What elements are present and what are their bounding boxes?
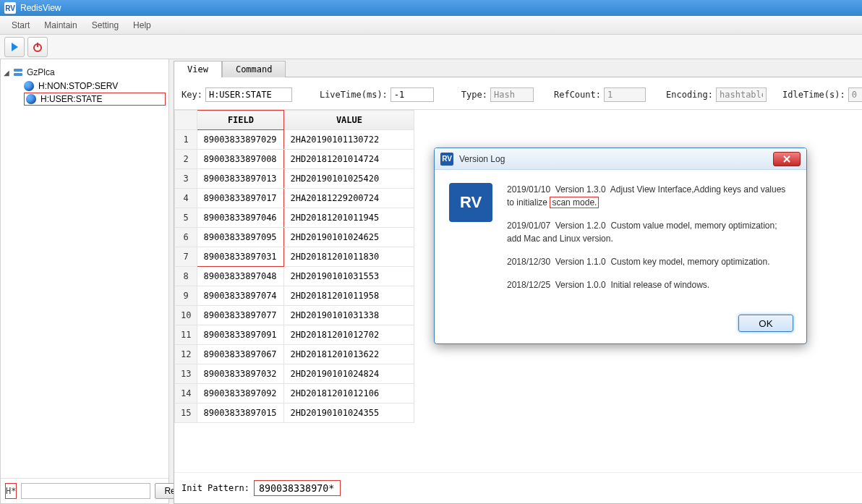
refcount-field: [604, 87, 646, 102]
tree-key-label: H:USER:STATE: [40, 94, 103, 104]
cell-field[interactable]: 89003833897029: [197, 130, 284, 150]
ok-button[interactable]: OK: [738, 315, 793, 332]
cell-field[interactable]: 89003833897077: [197, 306, 284, 325]
cell-value[interactable]: 2HD20190101024625: [284, 228, 414, 247]
server-icon: [12, 67, 24, 78]
table-row[interactable]: 14890038338970922HD20181201012106: [175, 384, 414, 403]
cell-value[interactable]: 2HD20190101031338: [284, 306, 414, 325]
cell-field[interactable]: 89003833897091: [197, 325, 284, 345]
cell-value[interactable]: 2HD20190101024355: [284, 403, 414, 423]
cell-value[interactable]: 2HD20190101031553: [284, 267, 414, 286]
cell-field[interactable]: 89003833897013: [197, 169, 284, 189]
table-row[interactable]: 9890038338970742HD20181201011958: [175, 286, 414, 306]
version-entry: 2018/12/30 Version 1.1.0 Custom key mode…: [507, 255, 792, 268]
svg-rect-3: [14, 69, 22, 72]
cell-field[interactable]: 89003833897067: [197, 345, 284, 364]
app-icon: RV: [4, 2, 16, 14]
cell-value[interactable]: 2HD20181201011830: [284, 247, 414, 267]
table-row[interactable]: 12890038338970672HD20181201013622: [175, 345, 414, 364]
tab-command[interactable]: Command: [222, 61, 286, 77]
version-entry: 2019/01/07 Version 1.2.0 Custom value mo…: [507, 219, 792, 245]
table-row[interactable]: 4890038338970172HA20181229200724: [175, 189, 414, 208]
table-row[interactable]: 1890038338970292HA20190101130722: [175, 130, 414, 150]
filter-input[interactable]: [21, 483, 150, 499]
tree-key-item[interactable]: H:NON:STOP:SERV: [24, 80, 166, 93]
table-row[interactable]: 3890038338970132HD20190101025420: [175, 169, 414, 189]
cell-value[interactable]: 2HD20181201012106: [284, 384, 414, 403]
dialog-close-button[interactable]: [773, 152, 801, 166]
cell-field[interactable]: 89003833897017: [197, 189, 284, 208]
play-button[interactable]: [4, 37, 25, 57]
menu-bar: Start Maintain Setting Help: [0, 16, 862, 35]
version-entry: 2019/01/10 Version 1.3.0 Adjust View Int…: [507, 183, 792, 209]
table-row[interactable]: 6890038338970952HD20190101024625: [175, 228, 414, 247]
col-field[interactable]: FIELD: [197, 111, 284, 130]
table-row[interactable]: 8890038338970482HD20190101031553: [175, 267, 414, 286]
cell-field[interactable]: 89003833897031: [197, 247, 284, 267]
cell-field[interactable]: 89003833897008: [197, 150, 284, 169]
cell-field[interactable]: 89003833897074: [197, 286, 284, 306]
cell-value[interactable]: 2HD20181201011945: [284, 208, 414, 228]
toolbar: [0, 35, 862, 59]
version-entry: 2018/12/25 Version 1.0.0 Initial release…: [507, 278, 792, 291]
key-input[interactable]: [205, 87, 292, 102]
cell-value[interactable]: 2HD20190101024824: [284, 364, 414, 384]
tab-view[interactable]: View: [174, 61, 222, 77]
cell-field[interactable]: 89003833897032: [197, 364, 284, 384]
cell-value[interactable]: 2HD20181201011958: [284, 286, 414, 306]
row-number: 3: [175, 169, 197, 189]
col-value[interactable]: VALUE: [284, 111, 414, 130]
play-icon: [9, 41, 20, 53]
cell-field[interactable]: 89003833897048: [197, 267, 284, 286]
refcount-label: RefCount:: [554, 90, 601, 100]
cell-field[interactable]: 89003833897015: [197, 403, 284, 423]
cell-field[interactable]: 89003833897095: [197, 228, 284, 247]
cell-value[interactable]: 2HD20190101025420: [284, 169, 414, 189]
row-number: 15: [175, 403, 197, 423]
cell-value[interactable]: 2HD20181201012702: [284, 325, 414, 345]
cell-value[interactable]: 2HA20190101130722: [284, 130, 414, 150]
key-label: Key:: [182, 90, 202, 100]
svg-marker-0: [12, 43, 18, 51]
idletime-label: IdleTime(s):: [782, 90, 845, 100]
row-number: 13: [175, 364, 197, 384]
svg-rect-4: [14, 73, 22, 76]
row-number: 11: [175, 325, 197, 345]
row-number: 6: [175, 228, 197, 247]
power-icon: [32, 41, 43, 53]
sidebar-filter-row: H* Refresh: [1, 478, 168, 503]
menu-maintain[interactable]: Maintain: [37, 17, 84, 33]
cell-value[interactable]: 2HD20181201013622: [284, 345, 414, 364]
type-label: Type:: [461, 90, 487, 100]
menu-start[interactable]: Start: [4, 17, 37, 33]
row-number: 9: [175, 286, 197, 306]
table-row[interactable]: 15890038338970152HD20190101024355: [175, 403, 414, 423]
cell-value[interactable]: 2HD20181201014724: [284, 150, 414, 169]
table-row[interactable]: 2890038338970082HD20181201014724: [175, 150, 414, 169]
dialog-title: Version Log: [459, 154, 773, 164]
init-pattern-input[interactable]: [254, 480, 341, 496]
table-row[interactable]: 13890038338970322HD20190101024824: [175, 364, 414, 384]
menu-setting[interactable]: Setting: [85, 17, 126, 33]
window-title: RedisView: [20, 3, 61, 13]
tree-root-label: GzPlca: [27, 67, 55, 77]
cell-field[interactable]: 89003833897092: [197, 384, 284, 403]
cell-field[interactable]: 89003833897046: [197, 208, 284, 228]
tree-key-item-selected[interactable]: H:USER:STATE: [24, 93, 166, 106]
table-row[interactable]: 7890038338970312HD20181201011830: [175, 247, 414, 267]
menu-help[interactable]: Help: [126, 17, 158, 33]
row-number: 4: [175, 189, 197, 208]
tree-root[interactable]: ◢ GzPlca: [4, 65, 166, 80]
livetime-input[interactable]: [391, 87, 434, 102]
table-row[interactable]: 11890038338970912HD20181201012702: [175, 325, 414, 345]
init-pattern-label: Init Pattern:: [182, 483, 249, 493]
encoding-field: [716, 87, 767, 102]
col-rownum: [175, 111, 197, 130]
key-info-row: Key: LiveTime(ms): Type: RefCount: Encod…: [174, 77, 862, 109]
table-row[interactable]: 10890038338970772HD20190101031338: [175, 306, 414, 325]
cell-value[interactable]: 2HA20181229200724: [284, 189, 414, 208]
dialog-titlebar[interactable]: RV Version Log: [435, 148, 806, 170]
table-row[interactable]: 5890038338970462HD20181201011945: [175, 208, 414, 228]
row-number: 10: [175, 306, 197, 325]
power-button[interactable]: [27, 37, 48, 57]
